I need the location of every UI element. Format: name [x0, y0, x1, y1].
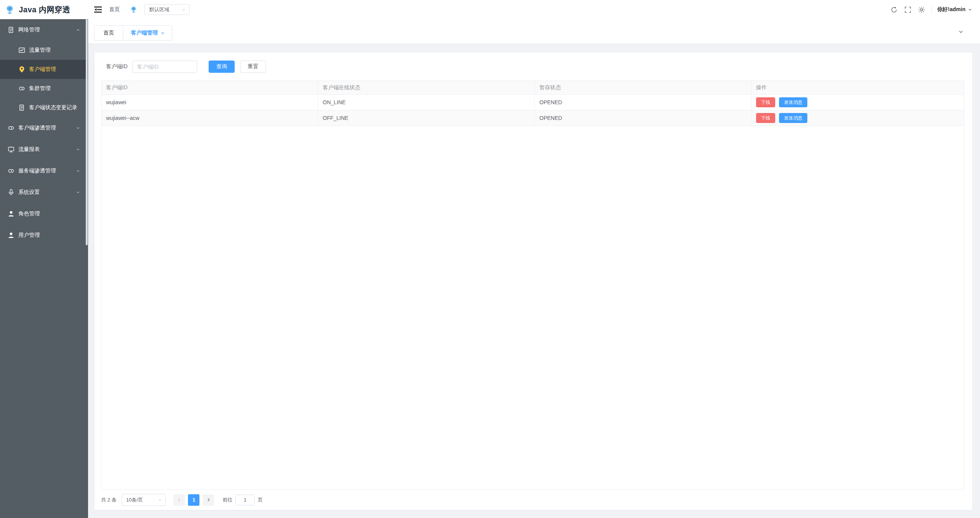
prev-page-button[interactable] [173, 494, 185, 506]
page-size-select[interactable]: 10条/页 [122, 494, 166, 506]
presentation-board-icon [8, 146, 15, 153]
tab-label: 首页 [103, 30, 114, 36]
link-icon [8, 125, 15, 131]
app-mini-logo-icon[interactable] [130, 6, 137, 13]
cell-client-id: wujiawei--acw [101, 110, 318, 126]
tab-label: 客户端管理 [131, 30, 158, 36]
link-icon [8, 167, 15, 174]
tab-client-mgmt[interactable]: 客户端管理 × [123, 26, 172, 40]
header-actions: 你好!admin [884, 6, 972, 13]
next-page-button[interactable] [203, 494, 214, 506]
chart-icon [18, 47, 25, 54]
collapse-sidebar-icon[interactable] [94, 6, 102, 13]
offline-button[interactable]: 下线 [756, 113, 775, 123]
chevron-down-icon [76, 126, 80, 130]
sidebar-item-label: 流量管理 [29, 47, 51, 54]
offline-button[interactable]: 下线 [756, 97, 775, 107]
sidebar-item-system-settings[interactable]: 系统设置 [0, 182, 88, 203]
table-row: wujiawei ON_LINE OPENED 下线 发送消息 [101, 95, 964, 110]
chevron-left-icon [177, 497, 182, 502]
sidebar-item-role-mgmt[interactable]: 角色管理 [0, 203, 88, 225]
cell-stash-status: OPENED [535, 95, 751, 110]
table-row: wujiawei--acw OFF_LINE OPENED 下线 发送消息 [101, 110, 964, 126]
sidebar-item-label: 网络管理 [18, 26, 40, 33]
document-icon [8, 26, 15, 33]
sidebar-item-label: 客户端渗透管理 [18, 125, 56, 131]
tab-home[interactable]: 首页 [95, 26, 123, 40]
sidebar-item-cluster-mgmt[interactable]: 集群管理 [0, 79, 88, 98]
client-id-label: 客户端ID [106, 63, 127, 70]
chevron-down-icon [158, 498, 162, 502]
send-message-button[interactable]: 发送消息 [779, 97, 807, 107]
total-count: 共 2 条 [101, 497, 116, 503]
sidebar-item-user-mgmt[interactable]: 用户管理 [0, 225, 88, 246]
refresh-icon[interactable] [890, 6, 898, 13]
sidebar-item-traffic-report[interactable]: 流量报表 [0, 139, 88, 160]
cell-online-status: ON_LINE [318, 95, 535, 110]
column-header-stash-status: 暂存状态 [535, 81, 751, 94]
region-select[interactable]: 默认区域 [144, 4, 189, 15]
sidebar-item-traffic-mgmt[interactable]: 流量管理 [0, 41, 88, 60]
goto-label: 前往 [222, 497, 232, 503]
sidebar-item-label: 角色管理 [18, 210, 40, 217]
cell-client-id: wujiawei [101, 95, 318, 110]
goto-page-input[interactable] [235, 495, 255, 505]
chevron-down-icon [76, 190, 80, 195]
sidebar-item-server-penetration-mgmt[interactable]: 服务端渗透管理 [0, 160, 88, 182]
app-title: Java 内网穿透 [19, 5, 70, 15]
breadcrumb[interactable]: 首页 [109, 6, 120, 13]
sidebar-item-client-status-log[interactable]: 客户端状态变更记录 [0, 98, 88, 117]
sidebar-item-label: 客户端状态变更记录 [29, 104, 77, 111]
user-icon [8, 210, 15, 217]
table-empty-area [101, 126, 964, 489]
sidebar-item-network-mgmt[interactable]: 网络管理 [0, 19, 88, 41]
column-header-online-status: 客户端在线状态 [318, 81, 535, 94]
query-button[interactable]: 查询 [209, 61, 235, 73]
app-logo-row: Java 内网穿透 [0, 0, 88, 19]
chevron-up-icon [76, 28, 80, 32]
clients-table: 客户端ID 客户端在线状态 暂存状态 操作 wujiawei ON_LINE O… [101, 80, 964, 490]
sidebar-item-label: 流量报表 [18, 146, 40, 153]
fullscreen-icon[interactable] [904, 6, 911, 13]
reset-button[interactable]: 重置 [240, 61, 266, 73]
tab-options-chevron-down-icon[interactable] [958, 29, 964, 35]
table-header-row: 客户端ID 客户端在线状态 暂存状态 操作 [101, 80, 964, 95]
user-dropdown[interactable]: 你好!admin [937, 6, 972, 13]
sidebar: Java 内网穿透 网络管理 流量管理 客户端管理 集群管理 客户端状态变更记录… [0, 0, 88, 518]
chevron-down-icon [76, 169, 80, 173]
cell-actions: 下线 发送消息 [751, 110, 964, 126]
tabs-group: 首页 客户端管理 × [94, 25, 172, 41]
sidebar-item-client-penetration-mgmt[interactable]: 客户端渗透管理 [0, 117, 88, 139]
column-header-client-id: 客户端ID [101, 81, 318, 94]
tab-bar: 首页 客户端管理 × [88, 19, 980, 43]
chevron-down-icon [968, 7, 972, 12]
chevron-down-icon [76, 147, 80, 152]
page-number-button[interactable]: 1 [188, 494, 199, 506]
divider [931, 6, 932, 13]
link-icon [18, 85, 25, 92]
content-card: 客户端ID 查询 重置 客户端ID 客户端在线状态 暂存状态 操作 wujiaw… [95, 52, 972, 510]
sidebar-menu: 网络管理 流量管理 客户端管理 集群管理 客户端状态变更记录 客户端渗透管理 流… [0, 19, 88, 246]
sidebar-item-client-mgmt[interactable]: 客户端管理 [0, 60, 88, 79]
chevron-down-icon [181, 7, 186, 12]
search-form: 客户端ID 查询 重置 [95, 52, 972, 80]
theme-icon[interactable] [918, 6, 925, 13]
sidebar-scrollbar-thumb[interactable] [86, 19, 88, 245]
sidebar-item-label: 集群管理 [29, 85, 51, 92]
sidebar-item-label: 客户端管理 [29, 66, 56, 73]
sidebar-item-label: 用户管理 [18, 232, 40, 239]
pagination: 共 2 条 10条/页 1 前往 页 [95, 490, 972, 510]
sidebar-item-label: 服务端渗透管理 [18, 167, 56, 174]
top-header: 首页 默认区域 你好!admin [88, 0, 980, 19]
cell-stash-status: OPENED [535, 110, 751, 126]
app-logo-icon [5, 5, 15, 15]
chevron-right-icon [206, 497, 211, 502]
close-icon[interactable]: × [161, 30, 164, 36]
send-message-button[interactable]: 发送消息 [779, 113, 807, 123]
region-select-value: 默认区域 [149, 6, 169, 13]
user-icon [8, 232, 15, 239]
cell-online-status: OFF_LINE [318, 110, 535, 126]
client-id-input[interactable] [132, 61, 197, 73]
column-header-actions: 操作 [751, 81, 964, 94]
page-unit-label: 页 [258, 497, 263, 503]
